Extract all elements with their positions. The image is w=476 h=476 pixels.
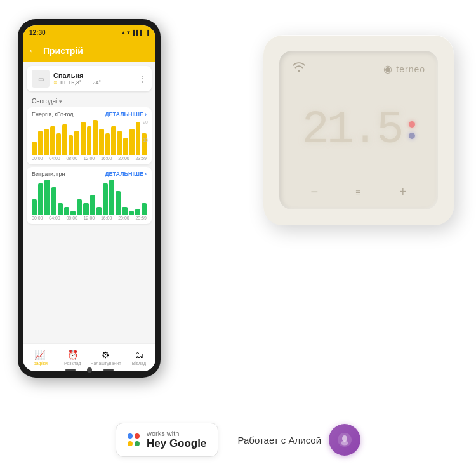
cost-bar (103, 183, 108, 215)
cost-bar (109, 180, 114, 215)
cool-indicator-dot (409, 133, 415, 139)
energy-bar (38, 131, 43, 155)
screen-title: Пристрій (43, 46, 83, 56)
cost-label: Витрати, грн (32, 171, 65, 177)
x-label: 12:00 (84, 216, 95, 220)
thermostat-display: 21.5 (302, 107, 416, 153)
energy-bar (93, 120, 98, 155)
room-temp-target: 24° (92, 79, 101, 86)
cost-chart-header: Витрати, грн ДЕТАЛЬНІШЕ › (32, 171, 147, 177)
date-row[interactable]: Сьогодні ▾ (23, 95, 155, 107)
thermostat-minus-button[interactable]: − (310, 185, 318, 199)
energy-bar (69, 135, 74, 155)
thermostat-controls[interactable]: − ≡ + (292, 185, 425, 199)
x-label: 00:00 (32, 156, 43, 161)
room-thumbnail: ▭ (32, 70, 50, 88)
room-status: ≋ Ш 15,3° → 24° (53, 79, 134, 86)
energy-bar (142, 133, 147, 155)
energy-bar (136, 122, 141, 155)
x-label: 16:00 (101, 156, 112, 161)
alice-line2: с Алисой (281, 435, 321, 446)
heat-indicator-dot (409, 121, 415, 128)
recent-hw-button (103, 369, 114, 371)
energy-bar (56, 133, 62, 155)
x-label: 04:00 (49, 156, 60, 161)
cost-bar (122, 207, 127, 215)
room-mode: Ш (60, 79, 65, 86)
room-info: Спальня ≋ Ш 15,3° → 24° (53, 72, 134, 86)
cost-bar (83, 203, 88, 215)
google-works-with-label: works with (147, 430, 206, 437)
phone-hardware-buttons (18, 364, 161, 376)
nav-icon: 📈 (34, 350, 45, 360)
google-dot-blue (128, 433, 133, 439)
phone: 12:30 ▲▼ ▌▌▌ ▐ ← Пристрій ▭ Спальня ≋ Ш … (18, 19, 161, 378)
alice-line1: Работает (237, 435, 278, 446)
cost-bar (38, 183, 43, 215)
room-card[interactable]: ▭ Спальня ≋ Ш 15,3° → 24° ⋮ (27, 66, 152, 91)
thermostat-plus-button[interactable]: + (399, 185, 407, 199)
google-logo (128, 433, 140, 446)
thermostat-device: ◉ terneo 21.5 − ≡ + (263, 35, 454, 225)
status-bar: 12:30 ▲▼ ▌▌▌ ▐ (23, 25, 155, 39)
cost-bar (96, 207, 102, 215)
thermostat-panel: ◉ terneo 21.5 − ≡ + (279, 51, 438, 209)
signal-icon: ▲▼ (121, 30, 131, 36)
energy-detail-arrow: › (145, 111, 147, 117)
cost-bar (64, 207, 69, 215)
thermostat-indicator-dots (409, 121, 415, 139)
thermostat-top-row: ◉ terneo (292, 62, 425, 76)
energy-detail-button[interactable]: ДЕТАЛЬНІШЕ › (105, 111, 147, 117)
alice-badge: Работает с Алисой (237, 424, 360, 456)
cost-bar (32, 199, 37, 215)
cost-bar (51, 187, 56, 215)
alice-logo (329, 424, 360, 456)
back-hw-button (65, 369, 76, 371)
wifi-status-icon: ▌▌▌ (133, 30, 143, 36)
x-label: 08:00 (66, 216, 77, 220)
nav-icon: ⚙ (102, 350, 110, 360)
thermostat-menu-button[interactable]: ≡ (355, 187, 362, 197)
x-label: 08:00 (66, 156, 77, 161)
cost-bar (116, 191, 121, 215)
wifi-icon: ≋ (53, 80, 58, 86)
room-menu-icon[interactable]: ⋮ (138, 74, 147, 84)
cost-bar-chart (32, 180, 147, 215)
date-dropdown-icon: ▾ (59, 98, 62, 105)
cost-bar (142, 203, 147, 215)
energy-bar (32, 142, 37, 155)
energy-bar (105, 133, 110, 155)
x-label: 20:00 (118, 216, 129, 220)
google-dot-yellow (128, 441, 133, 446)
x-label: 23:59 (135, 156, 147, 161)
thermostat-brand: ◉ terneo (383, 63, 425, 75)
energy-chart-header: Енергія, кВт·год ДЕТАЛЬНІШЕ › (32, 111, 147, 117)
temp-arrow: → (84, 79, 89, 86)
x-label: 16:00 (101, 216, 112, 220)
x-label: 00:00 (32, 216, 43, 220)
energy-bar (44, 129, 49, 155)
cost-detail-button[interactable]: ДЕТАЛЬНІШЕ › (105, 171, 147, 177)
x-label: 20:00 (118, 156, 129, 161)
energy-bar (87, 126, 92, 155)
cost-bar (77, 199, 82, 215)
y-max-label: 20 (143, 120, 148, 124)
energy-chart-section: Енергія, кВт·год ДЕТАЛЬНІШЕ › 20 13 00:0… (27, 107, 152, 164)
energy-label: Енергія, кВт·год (32, 111, 74, 117)
room-name: Спальня (53, 72, 134, 79)
app-toolbar: ← Пристрій (23, 39, 155, 62)
energy-bar (117, 131, 122, 155)
energy-bar (123, 138, 128, 155)
back-button[interactable]: ← (28, 45, 38, 56)
energy-bar (81, 122, 86, 155)
home-hw-button (87, 367, 92, 373)
google-hey-label: Hey Google (147, 437, 206, 450)
cost-chart-section: Витрати, грн ДЕТАЛЬНІШЕ › 00:0004:0008:0… (27, 167, 152, 224)
cost-bar (135, 209, 140, 215)
cost-bar (129, 211, 134, 215)
energy-bar (111, 126, 116, 155)
thermostat-temperature: 21.5 (302, 107, 402, 153)
battery-icon: ▐ (145, 30, 149, 36)
cost-bar (58, 203, 63, 215)
brand-name: terneo (396, 64, 425, 74)
